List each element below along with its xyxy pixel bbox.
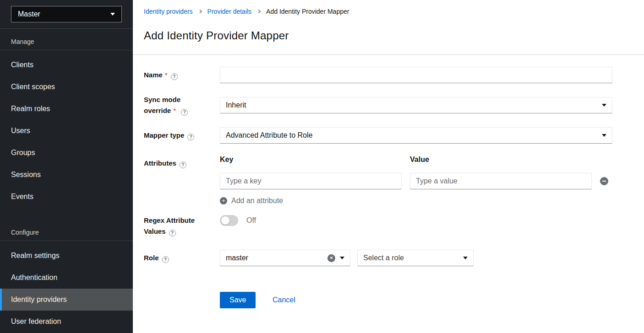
help-icon[interactable] — [169, 230, 176, 236]
sync-mode-value: Inherit — [226, 101, 602, 109]
angle-right-icon — [257, 10, 261, 13]
sync-mode-label: Sync mode override* — [144, 94, 220, 116]
attributes-key-header: Key — [220, 156, 402, 164]
required-asterisk: * — [165, 71, 168, 79]
nav-section-title-manage: Manage — [0, 29, 133, 50]
caret-down-icon — [463, 257, 468, 259]
sidebar-item-events[interactable]: Events — [0, 186, 133, 208]
name-input[interactable] — [220, 67, 612, 83]
help-icon[interactable] — [180, 161, 186, 168]
attributes-field-row: Attributes Key Value Add an attribute — [144, 156, 633, 205]
sidebar-item-users[interactable]: Users — [0, 120, 133, 142]
form-actions-row: Save Cancel — [144, 292, 633, 308]
attributes-value-header: Value — [410, 156, 592, 164]
breadcrumb-current-page: Add Identity Provider Mapper — [266, 8, 349, 15]
breadcrumb-provider-details[interactable]: Provider details — [207, 8, 252, 15]
caret-down-icon — [110, 13, 115, 16]
sidebar-item-authentication[interactable]: Authentication — [0, 267, 133, 289]
regex-toggle-state: Off — [246, 216, 256, 225]
mapper-form: Name* Sync mode override* Inherit Mapper… — [133, 55, 644, 320]
attributes-label: Attributes — [144, 156, 220, 169]
nav-section-title-configure: Configure — [0, 220, 133, 241]
attributes-editor: Key Value Add an attribute — [220, 156, 612, 205]
regex-label: Regex Attribute Values — [144, 215, 220, 237]
sidebar-item-realm-settings[interactable]: Realm settings — [0, 245, 133, 267]
role-selected-value: master — [226, 254, 323, 262]
attribute-key-input[interactable] — [220, 173, 402, 189]
sync-mode-select[interactable]: Inherit — [220, 97, 612, 113]
breadcrumb-identity-providers[interactable]: Identity providers — [144, 8, 193, 15]
breadcrumb: Identity providers Provider details Add … — [144, 8, 633, 15]
realm-selector-container: Master — [0, 0, 133, 29]
sidebar-item-client-scopes[interactable]: Client scopes — [0, 76, 133, 98]
sidebar-item-groups[interactable]: Groups — [0, 142, 133, 164]
sidebar-item-user-federation[interactable]: User federation — [0, 311, 133, 333]
help-icon[interactable] — [162, 256, 169, 263]
nav-section-manage: Manage Clients Client scopes Realm roles… — [0, 29, 133, 211]
sidebar: Master Manage Clients Client scopes Real… — [0, 0, 133, 333]
sidebar-item-identity-providers[interactable]: Identity providers — [0, 289, 133, 311]
realm-selector[interactable]: Master — [11, 6, 122, 22]
sidebar-item-realm-roles[interactable]: Realm roles — [0, 98, 133, 120]
name-label: Name* — [144, 70, 220, 81]
sidebar-item-sessions[interactable]: Sessions — [0, 164, 133, 186]
role-picker-placeholder: Select a role — [363, 254, 463, 262]
name-field-row: Name* — [144, 67, 633, 83]
role-typeahead-select[interactable]: master — [220, 250, 350, 266]
plus-circle-icon — [220, 197, 227, 204]
add-attribute-button[interactable]: Add an attribute — [220, 197, 283, 205]
cancel-button[interactable]: Cancel — [273, 296, 295, 304]
save-button[interactable]: Save — [220, 292, 256, 308]
caret-down-icon — [602, 104, 606, 107]
mapper-type-label: Mapper type — [144, 130, 220, 141]
role-label: Role — [144, 252, 220, 263]
regex-field-row: Regex Attribute Values Off — [144, 215, 633, 237]
toggle-knob — [221, 216, 229, 225]
nav-section-configure: Configure Realm settings Authentication … — [0, 220, 133, 333]
main-content: Identity providers Provider details Add … — [133, 0, 644, 333]
help-icon[interactable] — [187, 134, 194, 140]
regex-toggle[interactable] — [220, 215, 238, 226]
mapper-type-select[interactable]: Advanced Attribute to Role — [220, 127, 612, 144]
help-icon[interactable] — [181, 109, 188, 116]
sync-mode-field-row: Sync mode override* Inherit — [144, 94, 633, 116]
caret-down-icon — [602, 134, 606, 137]
sidebar-item-clients[interactable]: Clients — [0, 54, 133, 76]
role-field-row: Role master Select a role — [144, 250, 633, 266]
required-asterisk: * — [173, 107, 176, 114]
mapper-type-field-row: Mapper type Advanced Attribute to Role — [144, 127, 633, 144]
angle-right-icon — [198, 10, 202, 13]
caret-down-icon — [340, 257, 344, 259]
mapper-type-value: Advanced Attribute to Role — [226, 131, 602, 140]
page-title: Add Identity Provider Mapper — [144, 29, 633, 54]
clear-selection-icon[interactable] — [327, 254, 335, 262]
sidebar-nav: Manage Clients Client scopes Realm roles… — [0, 29, 133, 333]
help-icon[interactable] — [171, 73, 178, 80]
realm-selector-value: Master — [18, 10, 40, 18]
minus-circle-icon[interactable] — [600, 177, 608, 185]
attribute-value-input[interactable] — [410, 173, 592, 189]
role-picker-select[interactable]: Select a role — [357, 250, 474, 266]
page-header: Identity providers Provider details Add … — [133, 0, 644, 55]
